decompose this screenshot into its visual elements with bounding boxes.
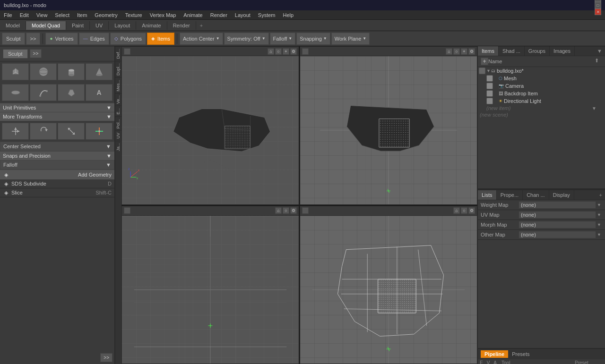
curve-tool[interactable] [30, 84, 57, 101]
menu-item-view[interactable]: View [33, 11, 52, 19]
double-arrow-button[interactable]: >> [26, 33, 41, 45]
item-vis-light[interactable] [486, 98, 493, 104]
vertices-button[interactable]: ● Vertices [45, 33, 78, 45]
cube-tool[interactable] [2, 63, 29, 80]
action-center-dropdown[interactable]: Action Center ▼ [180, 33, 223, 45]
viewport-top-view[interactable]: ⌂ ○ ⚙ [121, 206, 300, 364]
menu-item-item[interactable]: Item [73, 11, 91, 19]
sds-subdivide-row[interactable]: ◈ SDS Subdivide D [0, 179, 114, 188]
tab-paint[interactable]: Paint [66, 21, 90, 30]
transform-tool[interactable] [86, 123, 112, 140]
vtab-mes[interactable]: Mes... [115, 77, 121, 93]
more-transforms-header[interactable]: More Transforms ▼ [0, 112, 114, 121]
vp-wire-settings-btn[interactable]: ⚙ [468, 207, 475, 214]
menu-item-help[interactable]: Help [279, 11, 298, 19]
item-vis-file[interactable] [479, 68, 485, 74]
menu-item-texture[interactable]: Texture [121, 11, 146, 19]
rp-tab-items[interactable]: Items [478, 46, 499, 56]
poly-tool[interactable] [58, 84, 85, 101]
sculpt-mode-btn[interactable]: Sculpt [3, 49, 28, 59]
cylinder-tool[interactable] [58, 63, 85, 80]
vp-settings-btn[interactable]: ⚙ [290, 48, 297, 55]
menu-item-animate[interactable]: Animate [180, 11, 206, 19]
snaps-header[interactable]: Snaps and Precision ▼ [0, 151, 114, 160]
vtab-e[interactable]: E... [115, 106, 121, 117]
vp-side-zoom-btn[interactable]: + [461, 48, 467, 55]
other-map-value[interactable]: (none) [519, 231, 596, 238]
menu-item-file[interactable]: File [0, 11, 16, 19]
rp-tab-plus[interactable]: ▼ [594, 46, 605, 56]
viewport-top-canvas[interactable] [122, 216, 299, 364]
disc-tool[interactable] [2, 84, 29, 101]
unit-primitives-header[interactable]: Unit Primitives ▼ [0, 103, 114, 112]
items-add-button[interactable]: + [481, 58, 488, 65]
vp-fit-btn[interactable]: ○ [275, 48, 282, 55]
rp-btab-plus[interactable]: + [596, 190, 605, 200]
vp-home-btn[interactable]: ⌂ [268, 48, 274, 55]
vp-wire-home-btn[interactable]: ⌂ [453, 207, 460, 214]
slice-row[interactable]: ◈ Slice Shift-C [0, 188, 114, 197]
rp-tab-images[interactable]: Images [550, 46, 575, 56]
symmetry-dropdown[interactable]: Symmetry: Off ▼ [224, 33, 269, 45]
tab-model-quad[interactable]: Model Quad [26, 21, 66, 30]
vtab-uv[interactable]: UV [115, 130, 121, 141]
tab-layout[interactable]: Layout [109, 21, 136, 30]
item-row-backdrop[interactable]: 🖼 Backdrop Item [478, 90, 605, 97]
tab-render[interactable]: Render [167, 21, 196, 30]
item-row-light[interactable]: ☀ Directional Light [478, 97, 605, 105]
vp-side-home-btn[interactable]: ⌂ [446, 48, 452, 55]
rp-tab-groups[interactable]: Groups [525, 46, 550, 56]
tab-uv[interactable]: UV [90, 21, 109, 30]
item-vis-camera[interactable] [486, 83, 493, 89]
menu-item-geometry[interactable]: Geometry [91, 11, 121, 19]
polygons-button[interactable]: ◇ Polygons [110, 33, 146, 45]
items-button[interactable]: ◈ Items [147, 33, 174, 45]
item-row-camera[interactable]: 📷 Camera [478, 82, 605, 90]
rp-btab-display[interactable]: Display [549, 190, 574, 200]
vp-top-settings-btn[interactable]: ⚙ [290, 207, 297, 214]
tab-add-button[interactable]: + [196, 21, 207, 30]
sculpt-button[interactable]: Sculpt [2, 33, 25, 45]
vp-side-fit-btn[interactable]: ○ [453, 48, 460, 55]
vp-side-settings-btn[interactable]: ⚙ [468, 48, 475, 55]
item-vis-mesh[interactable] [486, 75, 493, 82]
move-tool[interactable] [2, 123, 29, 140]
add-geometry-header[interactable]: ◈ Add Geometry [0, 169, 114, 179]
vtab-dupl[interactable]: Dupl... [115, 61, 121, 77]
viewport-perspective[interactable]: ⌂ ○ + ⚙ [121, 46, 300, 205]
center-selected[interactable]: Center Selected ▼ [0, 142, 114, 151]
vp-zoom-btn[interactable]: + [283, 48, 289, 55]
menu-item-vertex map[interactable]: Vertex Map [146, 11, 180, 19]
viewport-side[interactable]: ⌂ ○ + ⚙ [300, 46, 477, 205]
sphere-tool[interactable] [30, 63, 57, 80]
snapping-dropdown[interactable]: Snapping ▼ [296, 33, 330, 45]
menu-item-layout[interactable]: Layout [231, 11, 254, 19]
uv-map-value[interactable]: (none) [519, 211, 596, 219]
vp-top-home-btn[interactable]: ⌂ [275, 207, 282, 214]
edges-button[interactable]: — Edges [79, 33, 109, 45]
vp-wire-fit-btn[interactable]: ○ [461, 207, 467, 214]
rp-btab-chan[interactable]: Chan ... [523, 190, 549, 200]
viewport-side-canvas[interactable] [300, 56, 477, 204]
menu-item-select[interactable]: Select [51, 11, 73, 19]
vtab-ja[interactable]: Ja... [115, 141, 121, 153]
text-tool[interactable]: A [86, 84, 112, 101]
menu-item-system[interactable]: System [254, 11, 279, 19]
rp-btab-prope[interactable]: Prope... [497, 190, 523, 200]
item-new-dropdown[interactable]: ▼ [592, 106, 596, 111]
falloff-section[interactable]: Falloff ▼ [0, 160, 114, 169]
falloff-dropdown[interactable]: Falloff ▼ [270, 33, 296, 45]
scale-tool[interactable] [58, 123, 85, 140]
vtab-ve[interactable]: Ve... [115, 93, 121, 106]
item-row-file[interactable]: ▼ 🗂 bulldog.lxo* [478, 67, 605, 75]
tab-animate[interactable]: Animate [136, 21, 167, 30]
vtab-pol[interactable]: Pol... [115, 117, 121, 131]
rotate-tool[interactable] [30, 123, 57, 140]
menu-item-edit[interactable]: Edit [16, 11, 33, 19]
vtab-def[interactable]: Def... [115, 46, 121, 61]
maximize-button[interactable]: □ [595, 2, 601, 8]
bottom-expand-btn[interactable]: >> [100, 353, 112, 362]
rp-btab-lists[interactable]: Lists [478, 190, 497, 200]
vp-top-fit-btn[interactable]: ○ [283, 207, 289, 214]
pipeline-presets[interactable]: Presets [508, 350, 533, 358]
